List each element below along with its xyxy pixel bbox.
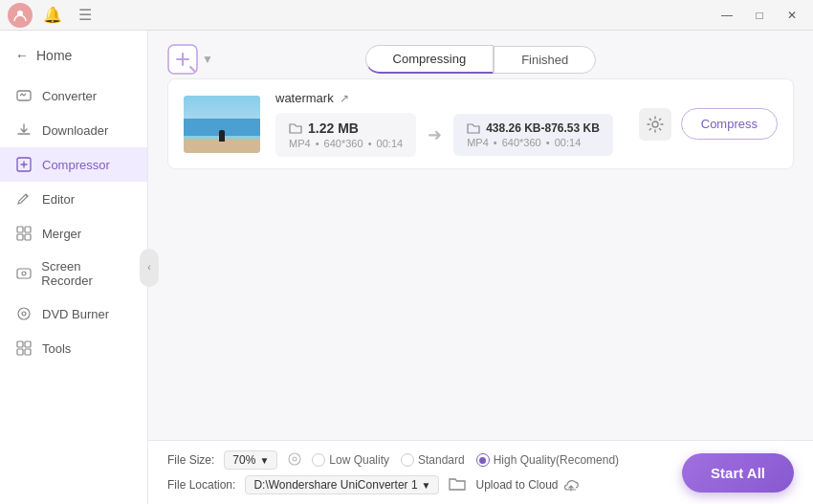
dropdown-chevron-icon: ▼ <box>259 455 269 466</box>
folder-output-icon <box>467 121 480 135</box>
title-bar-icons: 🔔 ☰ <box>8 3 98 28</box>
dropdown-arrow-icon[interactable]: ▼ <box>202 53 213 66</box>
original-size-box: 1.22 MB MP4 • 640*360 • 00:14 <box>275 113 416 157</box>
compressed-duration: 00:14 <box>555 137 582 148</box>
original-format: MP4 <box>289 138 311 149</box>
quality-low-radio[interactable] <box>312 453 325 467</box>
downloader-label: Downloader <box>42 123 108 138</box>
file-location-select[interactable]: D:\Wondershare UniConverter 1 ▼ <box>245 475 439 494</box>
notification-icon[interactable]: 🔔 <box>40 3 65 28</box>
converter-label: Converter <box>42 89 97 103</box>
sidebar-item-merger[interactable]: Merger <box>0 216 147 251</box>
file-size-select[interactable]: 70% ▼ <box>224 450 277 470</box>
file-list: watermark ↗ 1.22 MB <box>148 78 813 259</box>
close-button[interactable]: ✕ <box>779 6 805 25</box>
menu-icon[interactable]: ☰ <box>73 3 98 28</box>
sidebar-home[interactable]: ← Home <box>0 40 147 71</box>
home-label: Home <box>36 48 72 63</box>
main-content: ▼ Compressing Finished <box>148 31 813 504</box>
bottom-left: File Size: 70% ▼ <box>167 450 619 494</box>
screen-recorder-label: Screen Recorder <box>41 259 132 288</box>
file-settings-button[interactable] <box>639 108 671 141</box>
svg-point-8 <box>22 272 26 275</box>
screen-recorder-icon <box>15 265 32 282</box>
upload-cloud-label: Upload to Cloud <box>475 478 558 492</box>
title-bar: 🔔 ☰ — □ ✕ <box>0 0 813 31</box>
file-location-path: D:\Wondershare UniConverter 1 <box>253 478 417 492</box>
compress-button[interactable]: Compress <box>681 108 778 140</box>
quality-high[interactable]: High Quality(Recomend) <box>476 453 619 467</box>
sidebar-item-tools[interactable]: Tools <box>0 331 147 365</box>
sidebar-collapse-button[interactable]: ‹ <box>140 249 159 287</box>
tab-compressing[interactable]: Compressing <box>365 45 494 74</box>
svg-point-18 <box>293 457 297 461</box>
file-size-row: File Size: 70% ▼ <box>167 450 619 470</box>
sidebar-item-screen-recorder[interactable]: Screen Recorder <box>0 251 147 296</box>
tools-icon <box>15 340 33 357</box>
quality-radio-group: Low Quality Standard High Quality(Recome… <box>312 453 619 467</box>
quality-low-label: Low Quality <box>329 453 389 467</box>
settings-icon <box>647 116 664 133</box>
compressed-size-value: 438.26 KB-876.53 KB <box>467 121 600 135</box>
svg-point-9 <box>18 308 30 319</box>
sidebar-item-editor[interactable]: Editor <box>0 182 147 216</box>
folder-icon <box>289 121 302 135</box>
editor-icon <box>15 190 33 208</box>
file-thumbnail <box>184 96 260 153</box>
minimize-button[interactable]: — <box>714 6 740 25</box>
original-size-value: 1.22 MB <box>289 121 403 136</box>
tab-finished[interactable]: Finished <box>494 46 596 74</box>
user-avatar-icon[interactable] <box>8 3 33 28</box>
svg-rect-5 <box>17 234 23 240</box>
sidebar-item-downloader[interactable]: Downloader <box>0 113 147 147</box>
merger-icon <box>15 225 33 242</box>
quality-high-label: High Quality(Recomend) <box>494 453 619 467</box>
merger-label: Merger <box>42 227 81 241</box>
cloud-upload-icon <box>562 478 580 492</box>
original-meta: MP4 • 640*360 • 00:14 <box>289 138 403 149</box>
file-location-row: File Location: D:\Wondershare UniConvert… <box>167 475 619 494</box>
editor-label: Editor <box>42 192 75 207</box>
svg-rect-12 <box>25 341 31 347</box>
location-dropdown-icon: ▼ <box>422 480 431 491</box>
file-info: watermark ↗ 1.22 MB <box>275 91 624 157</box>
file-size-label: File Size: <box>167 453 214 467</box>
sidebar-item-converter[interactable]: Converter <box>0 78 147 113</box>
original-duration: 00:14 <box>377 138 404 149</box>
bottom-bar: File Size: 70% ▼ <box>148 440 813 504</box>
sidebar-item-dvd-burner[interactable]: DVD Burner <box>0 296 147 331</box>
compress-row: 1.22 MB MP4 • 640*360 • 00:14 ➜ <box>275 113 624 157</box>
file-name-text: watermark <box>275 91 334 105</box>
svg-point-10 <box>22 312 26 316</box>
quality-standard-label: Standard <box>418 453 465 467</box>
file-location-label: File Location: <box>167 478 235 492</box>
svg-rect-7 <box>17 269 31 278</box>
svg-rect-11 <box>17 341 23 347</box>
add-file-button[interactable] <box>167 44 198 75</box>
svg-rect-14 <box>25 349 31 355</box>
svg-point-17 <box>289 453 300 465</box>
downloader-icon <box>15 121 33 139</box>
upload-cloud-button[interactable]: Upload to Cloud <box>475 478 579 492</box>
svg-rect-3 <box>17 227 23 232</box>
maximize-button[interactable]: □ <box>746 6 773 25</box>
file-card: watermark ↗ 1.22 MB <box>167 78 794 169</box>
quality-high-radio[interactable] <box>476 453 490 467</box>
svg-rect-4 <box>25 227 31 232</box>
converter-icon <box>15 87 33 104</box>
external-link-icon[interactable]: ↗ <box>340 92 349 105</box>
svg-rect-13 <box>17 349 23 355</box>
start-all-button[interactable]: Start All <box>682 453 794 493</box>
quality-standard[interactable]: Standard <box>401 453 465 467</box>
sidebar: ← Home Converter Downloader <box>0 31 148 504</box>
dvd-burner-icon <box>15 305 33 322</box>
quality-standard-radio[interactable] <box>401 453 414 467</box>
browse-folder-button[interactable] <box>449 476 466 494</box>
quality-icon <box>287 451 302 470</box>
compressor-icon <box>15 156 33 173</box>
original-resolution: 640*360 <box>324 138 363 149</box>
svg-point-16 <box>652 121 658 127</box>
quality-low[interactable]: Low Quality <box>312 453 389 467</box>
compressed-meta: MP4 • 640*360 • 00:14 <box>467 137 600 148</box>
sidebar-item-compressor[interactable]: Compressor <box>0 147 147 182</box>
